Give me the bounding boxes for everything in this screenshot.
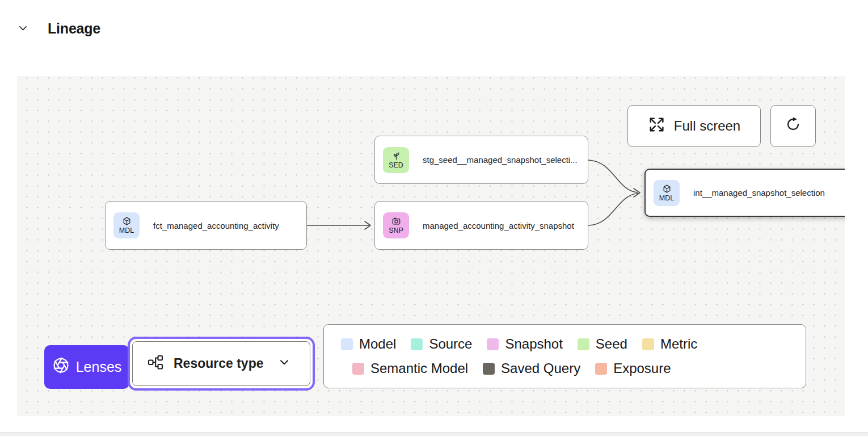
node-label: int__managed_snapshot_selection bbox=[693, 188, 825, 198]
source-swatch bbox=[411, 338, 423, 350]
snapshot-badge: SNP bbox=[383, 212, 409, 238]
cube-icon bbox=[122, 216, 132, 226]
legend-label: Snapshot bbox=[505, 336, 562, 352]
legend-row: Model Source Snapshot Seed Metric bbox=[341, 336, 789, 352]
legend-label: Saved Query bbox=[501, 360, 580, 376]
node-label: stg_seed__managed_snapshot_selecti... bbox=[423, 155, 578, 165]
legend-item-seed: Seed bbox=[578, 336, 627, 352]
seed-badge: SED bbox=[383, 147, 409, 173]
expand-arrows-icon bbox=[648, 116, 665, 137]
badge-label: SED bbox=[389, 162, 403, 169]
legend-item-saved-query: Saved Query bbox=[483, 360, 580, 376]
resource-type-label: Resource type bbox=[174, 356, 264, 371]
node-fct-managed-accounting-activity[interactable]: MDL fct_managed_accounting_activity bbox=[105, 201, 307, 250]
aperture-icon bbox=[52, 357, 70, 378]
legend-label: Exposure bbox=[613, 360, 671, 376]
legend-item-semantic-model: Semantic Model bbox=[352, 360, 468, 376]
node-stg-seed[interactable]: SED stg_seed__managed_snapshot_selecti..… bbox=[374, 136, 588, 184]
chevron-down-icon bbox=[278, 356, 290, 372]
legend-item-metric: Metric bbox=[642, 336, 697, 352]
refresh-icon bbox=[785, 116, 802, 136]
legend-item-model: Model bbox=[341, 336, 396, 352]
resource-type-focus-ring: Resource type bbox=[128, 337, 315, 391]
page-title: Lineage bbox=[48, 20, 100, 37]
lineage-header: Lineage bbox=[16, 20, 100, 37]
camera-icon bbox=[391, 216, 401, 226]
model-swatch bbox=[341, 338, 353, 350]
saved-query-swatch bbox=[483, 363, 495, 375]
refresh-button[interactable] bbox=[770, 105, 816, 147]
seed-icon bbox=[391, 151, 401, 161]
model-badge: MDL bbox=[113, 212, 140, 238]
cube-icon bbox=[662, 184, 672, 194]
exposure-swatch bbox=[595, 363, 607, 375]
node-label: managed_accounting_activity_snapshot bbox=[423, 221, 574, 230]
legend-item-exposure: Exposure bbox=[595, 360, 671, 376]
lenses-button[interactable]: Lenses bbox=[44, 345, 129, 389]
node-int-managed-snapshot-selection[interactable]: MDL int__managed_snapshot_selection bbox=[644, 169, 845, 217]
legend-label: Model bbox=[359, 336, 396, 352]
legend-label: Source bbox=[429, 336, 472, 352]
badge-label: MDL bbox=[119, 227, 134, 234]
semantic-model-swatch bbox=[352, 363, 364, 375]
badge-label: SNP bbox=[389, 227, 403, 234]
section-divider bbox=[0, 432, 868, 436]
model-badge: MDL bbox=[654, 180, 680, 206]
badge-label: MDL bbox=[659, 195, 674, 202]
full-screen-button[interactable]: Full screen bbox=[627, 105, 761, 147]
resource-graph-icon bbox=[147, 354, 164, 374]
legend-item-snapshot: Snapshot bbox=[487, 336, 562, 352]
legend-label: Semantic Model bbox=[370, 360, 468, 376]
snapshot-swatch bbox=[487, 338, 499, 350]
seed-swatch bbox=[578, 338, 589, 350]
lineage-canvas[interactable]: Full screen SED stg_seed__managed_snapsh… bbox=[17, 76, 845, 416]
node-managed-accounting-activity-snapshot[interactable]: SNP managed_accounting_activity_snapshot bbox=[374, 201, 588, 250]
legend-item-source: Source bbox=[411, 336, 472, 352]
full-screen-label: Full screen bbox=[674, 118, 740, 134]
resource-type-dropdown[interactable]: Resource type bbox=[132, 341, 310, 386]
legend-label: Seed bbox=[596, 336, 627, 352]
metric-swatch bbox=[642, 338, 654, 350]
node-label: fct_managed_accounting_activity bbox=[153, 221, 279, 230]
legend-label: Metric bbox=[660, 336, 697, 352]
collapse-section-button[interactable] bbox=[16, 22, 30, 36]
legend: Model Source Snapshot Seed Metric S bbox=[323, 324, 806, 388]
chevron-down-icon bbox=[17, 22, 29, 36]
legend-row: Semantic Model Saved Query Exposure bbox=[352, 360, 789, 376]
lenses-label: Lenses bbox=[76, 359, 122, 375]
